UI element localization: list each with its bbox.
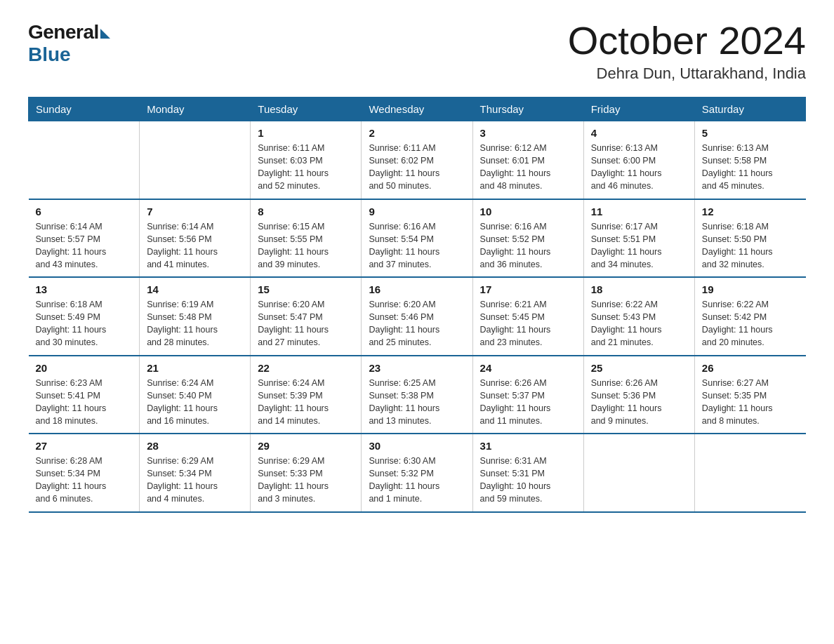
day-info-text: Sunrise: 6:29 AM Sunset: 5:34 PM Dayligh… xyxy=(147,455,243,506)
calendar-cell: 8Sunrise: 6:15 AM Sunset: 5:55 PM Daylig… xyxy=(251,199,362,278)
calendar-week-row: 6Sunrise: 6:14 AM Sunset: 5:57 PM Daylig… xyxy=(29,199,806,278)
calendar-cell: 9Sunrise: 6:16 AM Sunset: 5:54 PM Daylig… xyxy=(362,199,472,278)
calendar-cell: 19Sunrise: 6:22 AM Sunset: 5:42 PM Dayli… xyxy=(694,277,805,356)
day-number: 2 xyxy=(369,127,465,139)
day-number: 15 xyxy=(258,283,354,295)
calendar-cell: 12Sunrise: 6:18 AM Sunset: 5:50 PM Dayli… xyxy=(694,199,805,278)
day-number: 30 xyxy=(369,440,465,452)
day-info-text: Sunrise: 6:31 AM Sunset: 5:31 PM Dayligh… xyxy=(480,455,576,506)
calendar-cell: 14Sunrise: 6:19 AM Sunset: 5:48 PM Dayli… xyxy=(140,277,251,356)
day-number: 13 xyxy=(36,283,133,295)
day-number: 16 xyxy=(369,283,465,295)
day-info-text: Sunrise: 6:27 AM Sunset: 5:35 PM Dayligh… xyxy=(702,377,799,428)
day-info-text: Sunrise: 6:11 AM Sunset: 6:02 PM Dayligh… xyxy=(369,142,465,193)
day-number: 5 xyxy=(702,127,799,139)
calendar-cell: 10Sunrise: 6:16 AM Sunset: 5:52 PM Dayli… xyxy=(472,199,583,278)
calendar-cell: 28Sunrise: 6:29 AM Sunset: 5:34 PM Dayli… xyxy=(140,434,251,512)
day-number: 21 xyxy=(147,362,243,374)
day-info-text: Sunrise: 6:24 AM Sunset: 5:39 PM Dayligh… xyxy=(258,377,354,428)
page-header: General Blue October 2024 Dehra Dun, Utt… xyxy=(28,21,806,83)
logo-arrow-icon xyxy=(100,29,110,39)
calendar-week-row: 13Sunrise: 6:18 AM Sunset: 5:49 PM Dayli… xyxy=(29,277,806,356)
day-info-text: Sunrise: 6:22 AM Sunset: 5:42 PM Dayligh… xyxy=(702,298,799,349)
day-number: 8 xyxy=(258,206,354,217)
calendar-cell: 31Sunrise: 6:31 AM Sunset: 5:31 PM Dayli… xyxy=(472,434,583,512)
header-day-sunday: Sunday xyxy=(29,98,140,121)
calendar-cell: 26Sunrise: 6:27 AM Sunset: 5:35 PM Dayli… xyxy=(694,356,805,434)
calendar-cell: 16Sunrise: 6:20 AM Sunset: 5:46 PM Dayli… xyxy=(362,277,472,356)
day-number: 7 xyxy=(147,206,243,217)
day-number: 24 xyxy=(480,362,576,374)
calendar-cell xyxy=(140,121,251,199)
day-number: 31 xyxy=(480,440,576,452)
day-info-text: Sunrise: 6:13 AM Sunset: 6:00 PM Dayligh… xyxy=(591,142,687,193)
day-number: 12 xyxy=(702,206,799,217)
day-info-text: Sunrise: 6:22 AM Sunset: 5:43 PM Dayligh… xyxy=(591,298,687,349)
calendar-cell: 3Sunrise: 6:12 AM Sunset: 6:01 PM Daylig… xyxy=(472,121,583,199)
location-text: Dehra Dun, Uttarakhand, India xyxy=(568,65,806,83)
header-day-saturday: Saturday xyxy=(694,98,805,121)
calendar-cell: 6Sunrise: 6:14 AM Sunset: 5:57 PM Daylig… xyxy=(29,199,140,278)
day-info-text: Sunrise: 6:13 AM Sunset: 5:58 PM Dayligh… xyxy=(702,142,799,193)
day-info-text: Sunrise: 6:11 AM Sunset: 6:03 PM Dayligh… xyxy=(258,142,354,193)
day-number: 20 xyxy=(36,362,133,374)
calendar-table: SundayMondayTuesdayWednesdayThursdayFrid… xyxy=(28,97,806,513)
calendar-cell: 23Sunrise: 6:25 AM Sunset: 5:38 PM Dayli… xyxy=(362,356,472,434)
calendar-week-row: 20Sunrise: 6:23 AM Sunset: 5:41 PM Dayli… xyxy=(29,356,806,434)
calendar-week-row: 1Sunrise: 6:11 AM Sunset: 6:03 PM Daylig… xyxy=(29,121,806,199)
calendar-header-row: SundayMondayTuesdayWednesdayThursdayFrid… xyxy=(29,98,806,121)
day-number: 19 xyxy=(702,283,799,295)
day-info-text: Sunrise: 6:23 AM Sunset: 5:41 PM Dayligh… xyxy=(36,377,133,428)
calendar-cell: 30Sunrise: 6:30 AM Sunset: 5:32 PM Dayli… xyxy=(362,434,472,512)
day-info-text: Sunrise: 6:21 AM Sunset: 5:45 PM Dayligh… xyxy=(480,298,576,349)
day-number: 14 xyxy=(147,283,243,295)
calendar-cell: 29Sunrise: 6:29 AM Sunset: 5:33 PM Dayli… xyxy=(251,434,362,512)
day-number: 11 xyxy=(591,206,687,217)
calendar-cell: 5Sunrise: 6:13 AM Sunset: 5:58 PM Daylig… xyxy=(694,121,805,199)
day-info-text: Sunrise: 6:20 AM Sunset: 5:46 PM Dayligh… xyxy=(369,298,465,349)
day-info-text: Sunrise: 6:18 AM Sunset: 5:49 PM Dayligh… xyxy=(36,298,133,349)
title-section: October 2024 Dehra Dun, Uttarakhand, Ind… xyxy=(568,21,806,83)
calendar-cell: 15Sunrise: 6:20 AM Sunset: 5:47 PM Dayli… xyxy=(251,277,362,356)
day-number: 26 xyxy=(702,362,799,374)
day-number: 28 xyxy=(147,440,243,452)
calendar-cell: 27Sunrise: 6:28 AM Sunset: 5:34 PM Dayli… xyxy=(29,434,140,512)
calendar-cell: 25Sunrise: 6:26 AM Sunset: 5:36 PM Dayli… xyxy=(583,356,694,434)
header-day-thursday: Thursday xyxy=(472,98,583,121)
calendar-cell: 7Sunrise: 6:14 AM Sunset: 5:56 PM Daylig… xyxy=(140,199,251,278)
calendar-cell: 13Sunrise: 6:18 AM Sunset: 5:49 PM Dayli… xyxy=(29,277,140,356)
header-day-tuesday: Tuesday xyxy=(251,98,362,121)
day-info-text: Sunrise: 6:26 AM Sunset: 5:36 PM Dayligh… xyxy=(591,377,687,428)
day-number: 25 xyxy=(591,362,687,374)
day-number: 18 xyxy=(591,283,687,295)
day-info-text: Sunrise: 6:28 AM Sunset: 5:34 PM Dayligh… xyxy=(36,455,133,506)
day-info-text: Sunrise: 6:25 AM Sunset: 5:38 PM Dayligh… xyxy=(369,377,465,428)
day-info-text: Sunrise: 6:29 AM Sunset: 5:33 PM Dayligh… xyxy=(258,455,354,506)
month-title: October 2024 xyxy=(568,21,806,60)
day-info-text: Sunrise: 6:15 AM Sunset: 5:55 PM Dayligh… xyxy=(258,220,354,271)
day-info-text: Sunrise: 6:16 AM Sunset: 5:52 PM Dayligh… xyxy=(480,220,576,271)
calendar-week-row: 27Sunrise: 6:28 AM Sunset: 5:34 PM Dayli… xyxy=(29,434,806,512)
calendar-cell: 20Sunrise: 6:23 AM Sunset: 5:41 PM Dayli… xyxy=(29,356,140,434)
day-number: 6 xyxy=(36,206,133,217)
day-info-text: Sunrise: 6:20 AM Sunset: 5:47 PM Dayligh… xyxy=(258,298,354,349)
day-info-text: Sunrise: 6:19 AM Sunset: 5:48 PM Dayligh… xyxy=(147,298,243,349)
day-number: 23 xyxy=(369,362,465,374)
logo-blue-text: Blue xyxy=(28,43,71,66)
day-info-text: Sunrise: 6:24 AM Sunset: 5:40 PM Dayligh… xyxy=(147,377,243,428)
calendar-cell: 22Sunrise: 6:24 AM Sunset: 5:39 PM Dayli… xyxy=(251,356,362,434)
day-number: 3 xyxy=(480,127,576,139)
calendar-cell xyxy=(29,121,140,199)
calendar-cell xyxy=(583,434,694,512)
calendar-cell: 17Sunrise: 6:21 AM Sunset: 5:45 PM Dayli… xyxy=(472,277,583,356)
day-number: 29 xyxy=(258,440,354,452)
day-info-text: Sunrise: 6:14 AM Sunset: 5:56 PM Dayligh… xyxy=(147,220,243,271)
day-number: 9 xyxy=(369,206,465,217)
day-number: 1 xyxy=(258,127,354,139)
calendar-cell: 2Sunrise: 6:11 AM Sunset: 6:02 PM Daylig… xyxy=(362,121,472,199)
day-info-text: Sunrise: 6:18 AM Sunset: 5:50 PM Dayligh… xyxy=(702,220,799,271)
day-number: 10 xyxy=(480,206,576,217)
day-number: 4 xyxy=(591,127,687,139)
day-info-text: Sunrise: 6:26 AM Sunset: 5:37 PM Dayligh… xyxy=(480,377,576,428)
day-info-text: Sunrise: 6:17 AM Sunset: 5:51 PM Dayligh… xyxy=(591,220,687,271)
